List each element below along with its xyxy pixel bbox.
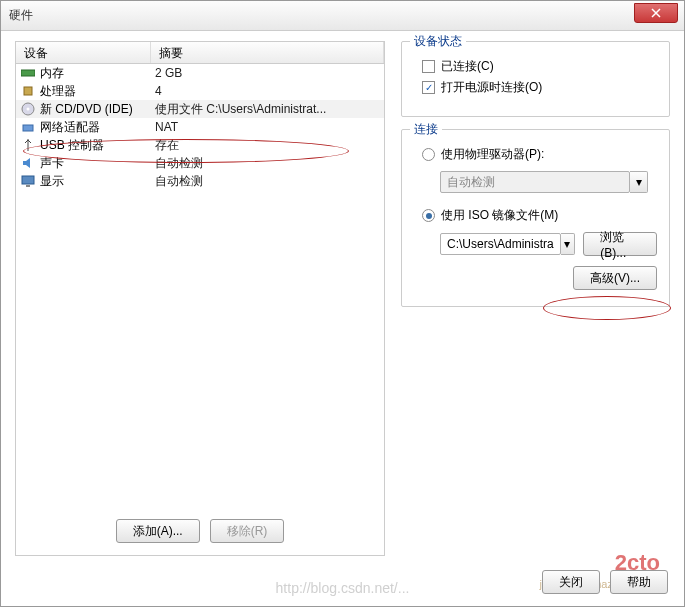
device-summary: 自动检测 xyxy=(155,173,380,190)
titlebar: 硬件 xyxy=(1,1,684,31)
close-button[interactable] xyxy=(634,3,678,23)
iso-path-field[interactable]: C:\Users\Administra xyxy=(440,233,561,255)
device-status-group: 设备状态 已连接(C) ✓ 打开电源时连接(O) xyxy=(401,41,670,117)
physical-drive-combo: 自动检测 ▾ xyxy=(440,171,657,193)
table-row[interactable]: 内存2 GB xyxy=(16,64,384,82)
grid-header: 设备 摘要 xyxy=(16,42,384,64)
radio-icon xyxy=(422,148,435,161)
device-name: 网络适配器 xyxy=(40,119,155,136)
connected-row[interactable]: 已连接(C) xyxy=(422,58,657,75)
device-name: 显示 xyxy=(40,173,155,190)
dialog-footer: 关闭 帮助 xyxy=(542,570,668,594)
device-summary: 存在 xyxy=(155,137,380,154)
device-name: 新 CD/DVD (IDE) xyxy=(40,101,155,118)
device-summary: 自动检测 xyxy=(155,155,380,172)
svg-rect-4 xyxy=(23,125,33,131)
svg-rect-0 xyxy=(21,70,35,76)
table-row[interactable]: 显示自动检测 xyxy=(16,172,384,190)
close-icon xyxy=(651,8,661,18)
watermark-url: http://blog.csdn.net/... xyxy=(276,580,410,596)
display-icon xyxy=(20,173,36,189)
svg-rect-1 xyxy=(24,87,32,95)
disc-icon xyxy=(20,101,36,117)
add-button[interactable]: 添加(A)... xyxy=(116,519,200,543)
checkbox-icon: ✓ xyxy=(422,81,435,94)
device-summary: 使用文件 C:\Users\Administrat... xyxy=(155,101,380,118)
device-name: 声卡 xyxy=(40,155,155,172)
device-summary: 4 xyxy=(155,84,380,98)
grid-body: 内存2 GB处理器4新 CD/DVD (IDE)使用文件 C:\Users\Ad… xyxy=(16,64,384,507)
header-device[interactable]: 设备 xyxy=(16,42,151,63)
right-panel: 设备状态 已连接(C) ✓ 打开电源时连接(O) 连接 使用物理驱动器(P): … xyxy=(385,41,670,556)
group-title-status: 设备状态 xyxy=(410,33,466,50)
net-icon xyxy=(20,119,36,135)
table-row[interactable]: USB 控制器存在 xyxy=(16,136,384,154)
radio-icon xyxy=(422,209,435,222)
chevron-down-icon: ▾ xyxy=(630,171,648,193)
svg-rect-5 xyxy=(22,176,34,184)
svg-point-3 xyxy=(27,108,30,111)
checkbox-icon xyxy=(422,60,435,73)
connected-label: 已连接(C) xyxy=(441,58,494,75)
grid-button-row: 添加(A)... 移除(R) xyxy=(16,507,384,555)
physical-drive-value: 自动检测 xyxy=(440,171,630,193)
iso-file-label: 使用 ISO 镜像文件(M) xyxy=(441,207,558,224)
dialog-window: 硬件 设备 摘要 内存2 GB处理器4新 CD/DVD (IDE)使用文件 C:… xyxy=(0,0,685,607)
device-name: 处理器 xyxy=(40,83,155,100)
window-title: 硬件 xyxy=(9,7,676,24)
usb-icon xyxy=(20,137,36,153)
advanced-row: 高级(V)... xyxy=(414,266,657,290)
table-row[interactable]: 新 CD/DVD (IDE)使用文件 C:\Users\Administrat.… xyxy=(16,100,384,118)
table-row[interactable]: 处理器4 xyxy=(16,82,384,100)
remove-button: 移除(R) xyxy=(210,519,285,543)
connect-on-power-row[interactable]: ✓ 打开电源时连接(O) xyxy=(422,79,657,96)
cpu-icon xyxy=(20,83,36,99)
memory-icon xyxy=(20,65,36,81)
svg-rect-6 xyxy=(26,185,30,187)
sound-icon xyxy=(20,155,36,171)
group-title-connection: 连接 xyxy=(410,121,442,138)
device-name: USB 控制器 xyxy=(40,137,155,154)
physical-drive-label: 使用物理驱动器(P): xyxy=(441,146,544,163)
browse-button[interactable]: 浏览(B)... xyxy=(583,232,657,256)
device-summary: 2 GB xyxy=(155,66,380,80)
chevron-down-icon[interactable]: ▾ xyxy=(561,233,576,255)
close-dialog-button[interactable]: 关闭 xyxy=(542,570,600,594)
table-row[interactable]: 声卡自动检测 xyxy=(16,154,384,172)
device-summary: NAT xyxy=(155,120,380,134)
device-name: 内存 xyxy=(40,65,155,82)
connect-on-power-label: 打开电源时连接(O) xyxy=(441,79,542,96)
physical-drive-row[interactable]: 使用物理驱动器(P): xyxy=(422,146,657,163)
connection-group: 连接 使用物理驱动器(P): 自动检测 ▾ 使用 ISO 镜像文件(M) C:\… xyxy=(401,129,670,307)
device-list-panel: 设备 摘要 内存2 GB处理器4新 CD/DVD (IDE)使用文件 C:\Us… xyxy=(15,41,385,556)
iso-file-row[interactable]: 使用 ISO 镜像文件(M) xyxy=(422,207,657,224)
table-row[interactable]: 网络适配器NAT xyxy=(16,118,384,136)
iso-file-combo: C:\Users\Administra ▾ 浏览(B)... xyxy=(440,232,657,256)
content-area: 设备 摘要 内存2 GB处理器4新 CD/DVD (IDE)使用文件 C:\Us… xyxy=(15,41,670,556)
help-button[interactable]: 帮助 xyxy=(610,570,668,594)
header-summary[interactable]: 摘要 xyxy=(151,42,384,63)
advanced-button[interactable]: 高级(V)... xyxy=(573,266,657,290)
